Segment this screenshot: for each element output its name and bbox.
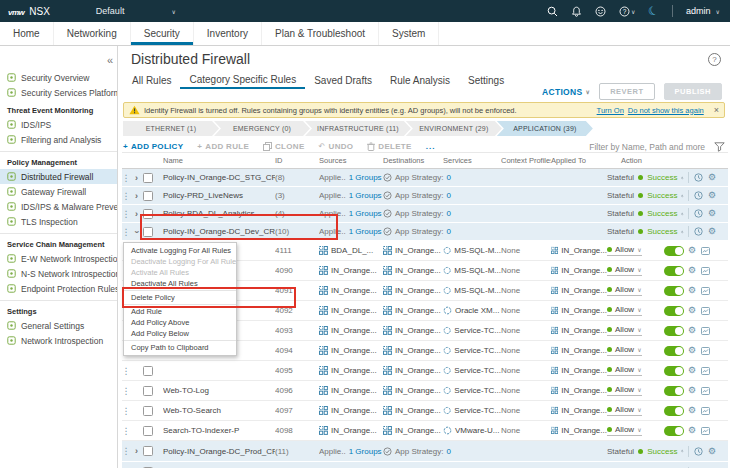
tab-all-rules[interactable]: All Rules xyxy=(123,72,180,89)
rule-sources[interactable]: IN_Orange... xyxy=(319,306,383,315)
add-rule-button[interactable]: +ADD RULE xyxy=(197,142,249,151)
rule-services[interactable]: Service-TC... xyxy=(443,386,501,395)
sidebar-collapse-button[interactable]: « xyxy=(107,54,113,66)
rule-row[interactable]: ⋮Search-TO-Indexer-P4098IN_Orange...IN_O… xyxy=(122,421,728,441)
drag-handle-icon[interactable]: ⋮ xyxy=(122,227,130,237)
rule-applied-to[interactable]: IN_Orange... xyxy=(551,346,607,355)
rule-destinations[interactable]: IN_Orange... xyxy=(383,306,443,315)
rule-row[interactable]: ⋮4095IN_Orange...IN_Orange...Service-TC.… xyxy=(122,361,728,381)
app-strategy-link[interactable]: 0 xyxy=(446,447,450,456)
rule-enabled-toggle[interactable] xyxy=(664,406,684,416)
rule-enabled-toggle[interactable] xyxy=(664,306,684,316)
policy-row[interactable]: ⋮›Policy-IN_Orange-DC_STG_CRM-S(8)Applie… xyxy=(122,169,728,187)
expand-chevron-icon[interactable]: › xyxy=(132,225,142,238)
groups-link[interactable]: 1 Groups xyxy=(349,173,382,182)
rule-enabled-toggle[interactable] xyxy=(664,266,684,276)
expand-chevron-icon[interactable]: › xyxy=(130,209,143,219)
rule-services[interactable]: MS-SQL-M... xyxy=(443,246,501,255)
rule-settings-gear-icon[interactable]: ⚙ xyxy=(688,286,696,295)
sidebar-item-distributed-firewall[interactable]: Distributed Firewall xyxy=(0,169,117,184)
nav-item-system[interactable]: System xyxy=(379,22,439,45)
add-policy-button[interactable]: +ADD POLICY xyxy=(123,142,183,151)
rule-services[interactable]: VMware-U... xyxy=(443,426,501,435)
expand-chevron-icon[interactable]: › xyxy=(130,191,143,201)
menu-item-delete-policy[interactable]: Delete Policy xyxy=(124,292,236,303)
drag-handle-icon[interactable]: ⋮ xyxy=(122,366,130,376)
row-checkbox[interactable] xyxy=(143,426,153,436)
tab-saved-drafts[interactable]: Saved Drafts xyxy=(305,72,381,89)
groups-link[interactable]: 1 Groups xyxy=(349,191,382,200)
policy-row[interactable]: ⋮›Policy-IN_Orange-DC_Dev_CRM-D(10)Appli… xyxy=(122,223,728,241)
publish-button[interactable]: PUBLISH xyxy=(664,83,722,100)
app-strategy-link[interactable]: 0 xyxy=(446,227,450,236)
rule-row[interactable]: ⋮Web-TO-Log4096IN_Orange...IN_Orange...S… xyxy=(122,381,728,401)
rule-sources[interactable]: IN_Orange... xyxy=(319,326,383,335)
rule-row[interactable]: ⋮Web-TO-Search4097IN_Orange...IN_Orange.… xyxy=(122,401,728,421)
do-not-show-again-link[interactable]: Do not show this again xyxy=(628,106,704,115)
drag-handle-icon[interactable]: ⋮ xyxy=(122,191,130,201)
rule-settings-gear-icon[interactable]: ⚙ xyxy=(688,386,696,395)
sidebar-item-endpoint-protection-rules[interactable]: Endpoint Protection Rules xyxy=(0,281,117,296)
column-header-context-profiles[interactable]: Context Profiles xyxy=(501,156,551,165)
rule-stats-chart-icon[interactable] xyxy=(701,367,710,375)
rule-applied-to[interactable]: IN_Orange... xyxy=(551,406,607,415)
action-dropdown[interactable]: Allow∨ xyxy=(607,265,642,276)
action-dropdown[interactable]: Allow∨ xyxy=(607,325,642,336)
rule-stats-chart-icon[interactable] xyxy=(701,347,710,355)
action-dropdown[interactable]: Allow∨ xyxy=(607,405,642,416)
menu-item-activate-logging-for-all-rules[interactable]: Activate Logging For All Rules xyxy=(124,245,236,256)
rule-stats-chart-icon[interactable] xyxy=(701,327,710,335)
rule-sources[interactable]: IN_Orange... xyxy=(319,386,383,395)
rule-context-profiles[interactable]: None xyxy=(501,266,551,275)
policy-settings-gear-icon[interactable]: ⚙ xyxy=(708,447,716,456)
sidebar-item-ids-ips[interactable]: IDS/IPS xyxy=(0,117,117,132)
turn-on-link[interactable]: Turn On xyxy=(597,106,624,115)
rule-sources[interactable]: IN_Orange... xyxy=(319,346,383,355)
rule-sources[interactable]: IN_Orange... xyxy=(319,406,383,415)
filter-funnel-icon[interactable] xyxy=(714,142,725,152)
row-checkbox[interactable] xyxy=(143,406,153,416)
groups-link[interactable]: 1 Groups xyxy=(349,227,382,236)
rule-destinations[interactable]: IN_Orange... xyxy=(383,366,443,375)
rule-sources[interactable]: IN_Orange... xyxy=(319,286,383,295)
sidebar-item-network-introspection[interactable]: Network Introspection xyxy=(0,333,117,348)
rule-context-profiles[interactable]: None xyxy=(501,246,551,255)
rule-applied-to[interactable]: IN_Orange... xyxy=(551,306,607,315)
rule-services[interactable]: MS-SQL-M... xyxy=(443,286,501,295)
policy-row[interactable]: ⋮›Policy-PRD_LiveNews(3)Applie.. 1 Group… xyxy=(122,187,728,205)
menu-item-add-policy-below[interactable]: Add Policy Below xyxy=(124,328,236,339)
column-header-action[interactable]: Action xyxy=(607,156,688,165)
policy-row[interactable]: ⋮›Policy-BDA_DL_Analytics(4)Applie.. 1 G… xyxy=(122,205,728,223)
sidebar-item-n-s-network-introspection[interactable]: N-S Network Introspection xyxy=(0,266,117,281)
rule-settings-gear-icon[interactable]: ⚙ xyxy=(688,266,696,275)
policy-row[interactable]: ⋮›Default Layer3 Section(3)Applied:DFWSt… xyxy=(122,462,728,468)
rule-stats-chart-icon[interactable] xyxy=(701,387,710,395)
row-checkbox[interactable] xyxy=(143,366,153,376)
rule-context-profiles[interactable]: None xyxy=(501,426,551,435)
rule-stats-chart-icon[interactable] xyxy=(701,287,710,295)
rule-destinations[interactable]: IN_Orange... xyxy=(383,406,443,415)
rule-context-profiles[interactable]: None xyxy=(501,286,551,295)
sidebar-item-security-overview[interactable]: Security Overview xyxy=(0,70,117,85)
policy-settings-gear-icon[interactable]: ⚙ xyxy=(708,209,716,218)
tab-settings[interactable]: Settings xyxy=(459,72,513,89)
category-application-39[interactable]: APPLICATION (39) xyxy=(497,121,593,136)
app-strategy-link[interactable]: 0 xyxy=(446,191,450,200)
history-clock-icon[interactable] xyxy=(694,191,703,200)
category-environment-29[interactable]: ENVIRONMENT (29) xyxy=(406,121,502,136)
policy-settings-gear-icon[interactable]: ⚙ xyxy=(708,191,716,200)
refresh-icon[interactable] xyxy=(681,228,684,236)
sidebar-item-ids-ips-malware-prevention[interactable]: IDS/IPS & Malware Prevention xyxy=(0,199,117,214)
sidebar-item-general-settings[interactable]: General Settings xyxy=(0,318,117,333)
history-clock-icon[interactable] xyxy=(694,173,703,182)
refresh-icon[interactable] xyxy=(681,447,684,455)
policy-settings-gear-icon[interactable]: ⚙ xyxy=(708,173,716,182)
rule-enabled-toggle[interactable] xyxy=(664,286,684,296)
rule-settings-gear-icon[interactable]: ⚙ xyxy=(688,306,696,315)
page-help-icon[interactable]: ? xyxy=(708,53,721,66)
rule-sources[interactable]: IN_Orange... xyxy=(319,266,383,275)
rule-services[interactable]: Oracle XM... xyxy=(443,306,501,315)
rule-context-profiles[interactable]: None xyxy=(501,306,551,315)
sidebar-item-security-services-platform[interactable]: Security Services Platform xyxy=(0,85,117,100)
column-header-name[interactable]: Name xyxy=(163,156,275,165)
